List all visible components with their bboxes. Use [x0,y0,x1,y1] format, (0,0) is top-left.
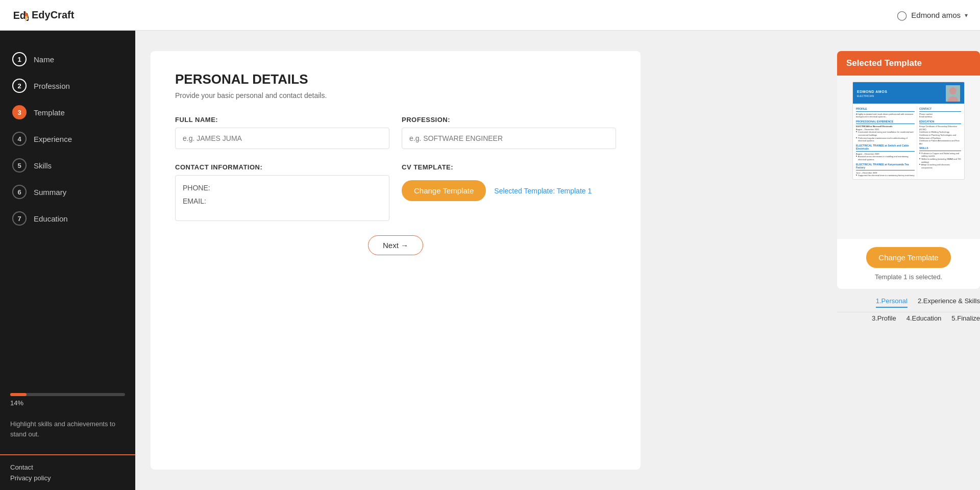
user-avatar-icon: ◯ [897,10,907,21]
user-name: Edmond amos [911,11,961,19]
change-template-button-inline[interactable]: Change Template [402,180,486,201]
full-name-group: FULL NAME: [175,116,389,149]
cv-template-section: CV TEMPLATE: Change Template Selected Te… [402,163,616,221]
sidebar-nav: 1 Name 2 Profession 3 Template 4 Experie… [0,46,135,385]
template-bottom: Change Template Template 1 is selected. [837,239,980,289]
template-card-header: Selected Template [837,51,980,76]
contact-box: PHONE: EMAIL: [175,175,389,221]
email-field[interactable]: EMAIL: [183,197,382,205]
change-template-button-panel[interactable]: Change Template [866,247,950,268]
sidebar-item-template[interactable]: 3 Template [10,99,125,126]
form-subtitle: Provide your basic personal and contact … [175,91,616,100]
profession-input[interactable] [402,128,616,149]
cv-template-label: CV TEMPLATE: [402,163,616,171]
tab-personal[interactable]: 1.Personal [876,297,908,308]
sidebar-item-label-name: Name [34,55,54,64]
svg-point-4 [949,87,957,94]
progress-label: 14% [10,399,125,407]
sidebar-item-label-template: Template [34,108,65,117]
template-thumbnail: EDMOND AMOS ELECTRICIAN [852,82,965,180]
privacy-policy-link[interactable]: Privacy policy [10,474,125,482]
form-card: PERSONAL DETAILS Provide your basic pers… [151,51,641,470]
bottom-tabs: 1.Personal 2.Experience & Skills 3.Profi… [837,297,980,322]
progress-bar-track [10,393,125,396]
thumb-photo [946,85,960,102]
sidebar-item-label-experience: Experience [34,135,72,143]
progress-section: 14% [0,385,135,407]
right-panel: Selected Template EDMOND AMOS ELECTRICIA… [837,31,980,490]
step-circle-3: 3 [12,105,27,119]
tabs-row-1: 1.Personal 2.Experience & Skills [837,297,980,312]
form-actions: Next → [175,235,616,255]
tabs-row-2: 3.Profile 4.Education 5.Finalize [837,314,980,322]
tab-finalize[interactable]: 5.Finalize [951,314,980,322]
content-area: PERSONAL DETAILS Provide your basic pers… [135,31,837,490]
sidebar-bottom: Contact Privacy policy [0,454,135,490]
step-circle-4: 4 [12,132,27,146]
full-name-label: FULL NAME: [175,116,389,124]
contact-template-row: CONTACT INFORMATION: PHONE: EMAIL: CV TE… [175,163,616,221]
sidebar-tip: Highlight skills and achievements to sta… [0,407,135,454]
top-header: Edy EdyCraft ◯ Edmond amos ▾ [0,0,980,31]
sidebar-item-experience[interactable]: 4 Experience [10,126,125,152]
step-circle-1: 1 [12,52,27,66]
step-circle-2: 2 [12,79,27,93]
contact-group: CONTACT INFORMATION: PHONE: EMAIL: [175,163,389,221]
step-circle-7: 7 [12,211,27,226]
phone-field[interactable]: PHONE: [183,184,382,192]
sidebar-item-label-education: Education [34,214,68,223]
tab-experience-skills[interactable]: 2.Experience & Skills [918,297,980,308]
user-section: ◯ Edmond amos ▾ [897,10,968,21]
selected-template-card: Selected Template EDMOND AMOS ELECTRICIA… [837,51,980,289]
sidebar-item-label-summary: Summary [34,188,66,197]
sidebar-item-summary[interactable]: 6 Summary [10,179,125,205]
name-profession-row: FULL NAME: PROFESSION: [175,116,616,149]
form-title: PERSONAL DETAILS [175,71,616,87]
template-preview: EDMOND AMOS ELECTRICIAN [837,76,980,239]
sidebar-item-profession[interactable]: 2 Profession [10,72,125,99]
profession-group: PROFESSION: [402,116,616,149]
sidebar-item-name[interactable]: 1 Name [10,46,125,72]
sidebar-item-label-profession: Profession [34,82,70,90]
selected-template-text: Selected Template: Template 1 [494,187,592,195]
progress-bar-fill [10,393,27,396]
sidebar: 1 Name 2 Profession 3 Template 4 Experie… [0,31,135,490]
contact-label: CONTACT INFORMATION: [175,163,389,171]
chevron-down-icon[interactable]: ▾ [965,12,968,19]
next-button[interactable]: Next → [368,235,423,255]
tab-education[interactable]: 4.Education [906,314,942,322]
contact-link[interactable]: Contact [10,463,125,471]
main-layout: 1 Name 2 Profession 3 Template 4 Experie… [0,31,980,490]
template-selected-note: Template 1 is selected. [875,273,942,281]
logo: Edy EdyCraft [12,7,74,23]
sidebar-item-label-skills: Skills [34,161,52,170]
tab-profile[interactable]: 3.Profile [872,314,896,322]
sidebar-item-skills[interactable]: 5 Skills [10,152,125,179]
step-circle-5: 5 [12,158,27,173]
logo-icon: Edy [12,7,29,23]
profession-label: PROFESSION: [402,116,616,124]
cv-template-controls: Change Template Selected Template: Templ… [402,180,616,201]
sidebar-item-education[interactable]: 7 Education [10,205,125,232]
full-name-input[interactable] [175,128,389,149]
thumb-header: EDMOND AMOS ELECTRICIAN [853,82,964,104]
step-circle-6: 6 [12,185,27,199]
